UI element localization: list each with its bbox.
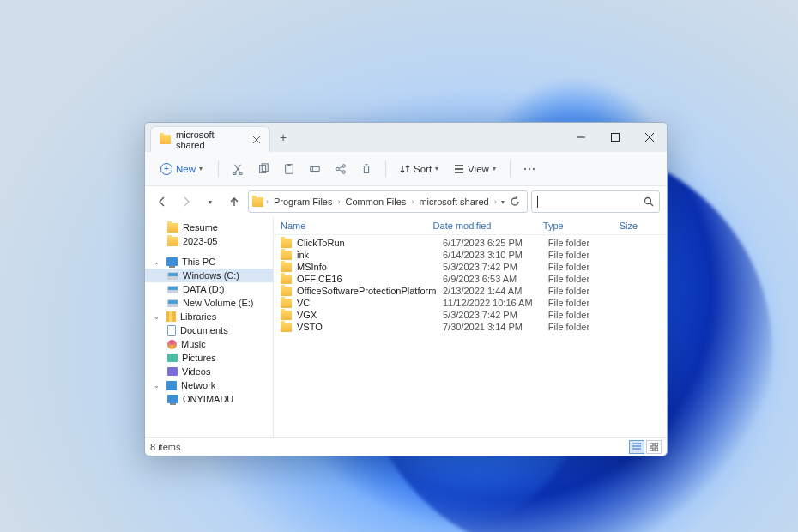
file-date: 5/3/2023 7:42 PM [443, 262, 548, 272]
file-type: File folder [548, 310, 621, 320]
file-type: File folder [548, 262, 621, 272]
refresh-button[interactable] [510, 196, 520, 207]
breadcrumb[interactable]: microsoft shared [416, 195, 491, 209]
up-button[interactable] [224, 191, 245, 212]
file-date: 6/9/2023 6:53 AM [443, 274, 548, 284]
svg-rect-17 [650, 448, 653, 451]
tab-current[interactable]: microsoft shared [150, 126, 270, 152]
network-icon [166, 381, 177, 390]
column-header-type[interactable]: Type [543, 221, 620, 231]
breadcrumb[interactable]: Program Files [271, 195, 335, 209]
sidebar-item-documents[interactable]: Documents [145, 323, 273, 337]
file-row[interactable]: VGX5/3/2023 7:42 PMFile folder [274, 309, 667, 321]
svg-point-12 [529, 167, 530, 169]
pictures-icon [167, 354, 178, 362]
folder-icon [281, 323, 292, 332]
file-explorer-window: microsoft shared + + New ▾ [144, 122, 668, 456]
delete-button[interactable] [354, 157, 378, 181]
file-name: OFFICE16 [297, 274, 443, 284]
explorer-body: Resume 2023-05 ⌄This PC Windows (C:) DAT… [145, 217, 667, 437]
folder-icon [281, 251, 292, 260]
sidebar-item-thispc[interactable]: ⌄This PC [145, 255, 273, 269]
search-input[interactable] [531, 190, 660, 213]
file-row[interactable]: ink6/14/2023 3:10 PMFile folder [274, 249, 667, 261]
more-button[interactable] [517, 157, 541, 181]
file-rows: ClickToRun6/17/2023 6:25 PMFile folderin… [274, 235, 667, 437]
pc-icon [167, 395, 178, 403]
svg-rect-16 [655, 443, 658, 446]
file-row[interactable]: OFFICE166/9/2023 6:53 AMFile folder [274, 273, 667, 285]
chevron-down-icon: ⌄ [154, 258, 162, 266]
chevron-down-icon[interactable]: ▾ [501, 198, 505, 206]
chevron-right-icon: › [265, 197, 269, 206]
paste-button[interactable] [277, 157, 301, 181]
file-date: 7/30/2021 3:14 PM [443, 322, 548, 332]
plus-icon: + [160, 163, 172, 175]
file-type: File folder [548, 274, 621, 284]
sidebar-item-videos[interactable]: Videos [145, 365, 273, 378]
address-row: ▾ › Program Files › Common Files › micro… [145, 186, 667, 217]
sidebar-item-resume[interactable]: Resume [145, 221, 273, 234]
svg-rect-18 [655, 448, 658, 451]
minimize-button[interactable] [564, 123, 598, 152]
copy-button[interactable] [251, 157, 275, 181]
sidebar-item-music[interactable]: Music [145, 337, 273, 351]
large-icons-view-button[interactable] [646, 440, 662, 454]
new-tab-button[interactable]: + [270, 123, 296, 152]
folder-icon [252, 197, 263, 207]
close-tab-button[interactable] [251, 134, 263, 146]
file-row[interactable]: MSInfo5/3/2023 7:42 PMFile folder [274, 261, 667, 273]
file-row[interactable]: OfficeSoftwareProtectionPlatform2/13/202… [274, 285, 667, 297]
sidebar-item-network[interactable]: ⌄Network [145, 378, 273, 392]
sidebar-item-pictures[interactable]: Pictures [145, 351, 273, 365]
separator [218, 160, 219, 178]
file-date: 5/3/2023 7:42 PM [443, 310, 548, 320]
file-list: Name Date modified Type Size ClickToRun6… [274, 217, 667, 437]
sort-button[interactable]: Sort ▾ [393, 160, 445, 178]
forward-button[interactable] [176, 191, 196, 212]
details-view-button[interactable] [629, 440, 644, 454]
folder-icon [160, 135, 171, 144]
address-bar[interactable]: › Program Files › Common Files › microso… [248, 190, 528, 213]
chevron-down-icon: ⌄ [154, 382, 162, 390]
sidebar-item-drive-d[interactable]: DATA (D:) [145, 282, 273, 296]
column-header-name[interactable]: Name [281, 221, 433, 231]
toolbar: + New ▾ Sort ▾ View ▾ [145, 152, 667, 186]
close-button[interactable] [632, 123, 667, 152]
sidebar-item-drive-e[interactable]: New Volume (E:) [145, 296, 273, 310]
separator [510, 160, 511, 178]
new-button[interactable]: + New ▾ [152, 160, 211, 178]
svg-rect-7 [311, 166, 320, 171]
window-controls [564, 123, 667, 152]
column-header-size[interactable]: Size [620, 221, 662, 231]
chevron-right-icon: › [493, 197, 498, 206]
svg-rect-15 [650, 443, 653, 446]
sidebar-item-libraries[interactable]: ⌄Libraries [145, 310, 273, 323]
folder-icon [281, 275, 292, 284]
share-button[interactable] [329, 157, 353, 181]
music-icon [167, 340, 177, 349]
maximize-button[interactable] [598, 123, 632, 152]
cut-button[interactable] [226, 157, 250, 181]
view-label: View [468, 164, 489, 174]
file-row[interactable]: ClickToRun6/17/2023 6:25 PMFile folder [274, 237, 667, 249]
search-icon [644, 196, 654, 207]
sidebar-item-network-pc[interactable]: ONYIMADU [145, 392, 273, 406]
sidebar-item-date[interactable]: 2023-05 [145, 234, 273, 248]
file-name: ClickToRun [297, 238, 443, 248]
file-date: 6/14/2023 3:10 PM [443, 250, 548, 260]
sort-label: Sort [414, 164, 432, 174]
file-name: VGX [297, 310, 443, 320]
column-header-date[interactable]: Date modified [433, 221, 543, 231]
libraries-icon [166, 311, 176, 322]
back-button[interactable] [152, 191, 172, 212]
recent-locations-button[interactable]: ▾ [200, 191, 221, 212]
breadcrumb[interactable]: Common Files [342, 195, 408, 209]
svg-point-11 [524, 167, 526, 169]
rename-button[interactable] [303, 157, 327, 181]
sidebar-item-drive-c[interactable]: Windows (C:) [145, 269, 273, 282]
file-name: VSTO [297, 322, 443, 332]
file-row[interactable]: VC11/12/2022 10:16 AMFile folder [274, 297, 667, 309]
view-button[interactable]: View ▾ [447, 160, 503, 178]
file-row[interactable]: VSTO7/30/2021 3:14 PMFile folder [274, 321, 667, 333]
